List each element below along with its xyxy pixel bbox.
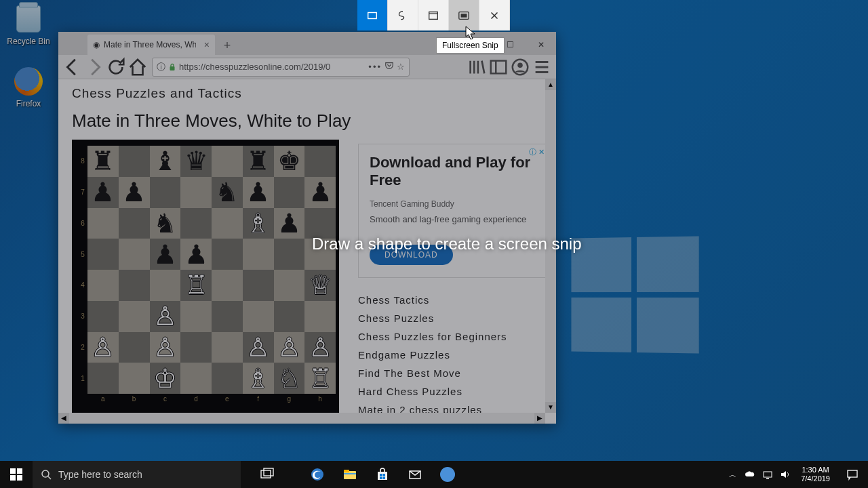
square [87,301,119,332]
taskbar-app-explorer[interactable] [334,461,366,488]
category-link[interactable]: Endgame Puzzles [358,349,548,361]
category-link[interactable]: Chess Tactics [358,294,548,306]
square [150,177,181,208]
window-close-button[interactable]: ✕ [526,35,556,55]
library-icon[interactable] [467,57,487,77]
svg-rect-21 [344,473,356,474]
rank-label: 1 [78,363,87,394]
start-button[interactable] [0,461,33,488]
bookmark-star-icon[interactable]: ☆ [397,62,405,72]
square [87,239,119,270]
url-text: https://chesspuzzlesonline.com/2019/0 [179,62,366,72]
file-label: a [87,394,119,403]
ad-box[interactable]: ⓘ ✕ Download and Play for Free Tencent G… [358,144,548,278]
rectangular-snip-button[interactable] [357,0,388,30]
horizontal-scrollbar[interactable]: ◀▶ [58,413,545,424]
category-link[interactable]: Find The Best Move [358,367,548,379]
square [119,208,150,239]
square [180,208,212,239]
ad-subtitle: Tencent Gaming Buddy [370,199,536,209]
browser-tab[interactable]: ◉ Mate in Three Moves, White to × [87,35,215,55]
svg-rect-12 [10,475,16,481]
rank-label: 5 [78,239,87,270]
search-icon [41,469,52,480]
taskbar-clock[interactable]: 1:30 AM 7/4/2019 [794,466,837,483]
window-snip-button[interactable] [418,0,449,30]
square: ♗ [243,208,274,239]
square: ♟ [274,208,305,239]
square: ♚ [274,146,305,177]
account-icon[interactable] [510,57,530,77]
sidebar-icon[interactable] [488,57,509,77]
svg-rect-25 [380,477,382,480]
site-title[interactable]: Chess Puzzles and Tactics [72,86,556,101]
taskbar-app-firefox[interactable] [431,461,464,488]
svg-rect-1 [491,60,507,73]
menu-icon[interactable] [532,57,552,77]
pocket-icon[interactable] [384,61,394,73]
site-info-icon[interactable]: ⓘ [157,61,165,73]
close-snip-button[interactable] [479,0,510,30]
close-tab-icon[interactable]: × [204,39,210,50]
square: ♙ [150,301,181,332]
square: ♟ [243,177,274,208]
square [119,332,150,363]
reload-button[interactable] [106,57,126,77]
taskbar-app-edge[interactable] [301,461,334,488]
tray-overflow-icon[interactable]: ︿ [724,470,741,480]
desktop-icon-firefox[interactable]: Firefox [4,66,53,108]
square [119,363,150,394]
svg-rect-6 [429,12,438,19]
taskbar-app-mail[interactable] [399,461,431,488]
freeform-snip-button[interactable] [388,0,418,30]
square [274,270,305,301]
square: ♞ [150,208,181,239]
task-view-button[interactable] [251,461,283,488]
svg-rect-30 [848,470,857,477]
category-link[interactable]: Hard Chess Puzzles [358,386,548,397]
svg-rect-17 [264,468,273,476]
address-bar[interactable]: ⓘ https://chesspuzzlesonline.com/2019/0 … [152,58,410,77]
svg-point-4 [517,62,523,68]
square: ♔ [150,363,181,394]
file-label: h [304,394,336,403]
tray-network-icon[interactable] [759,469,776,480]
clock-time: 1:30 AM [801,466,830,474]
new-tab-button[interactable]: + [218,36,237,55]
square: ♟ [119,177,150,208]
ad-info-icon[interactable]: ⓘ ✕ [529,147,545,157]
square: ♟ [150,239,181,270]
chess-board: 8♜♝♛♜♚7♟♟♞♟♟6♞♗♟5♟♟4♖♕3♙2♙♙♙♙♙1♔♗♘♖abcde… [72,140,339,422]
square [87,270,119,301]
category-list: Chess TacticsChess PuzzlesChess Puzzles … [358,294,548,415]
category-link[interactable]: Chess Puzzles for Beginners [358,331,548,342]
windows-logo-wallpaper [571,237,698,354]
back-button[interactable] [62,57,83,77]
svg-rect-11 [17,468,22,474]
square [243,239,274,270]
snip-hint-text: Draw a shape to create a screen snip [312,235,582,253]
taskbar-app-store[interactable] [366,461,399,488]
snip-toolbar [357,0,510,30]
desktop-icon-recycle-bin[interactable]: Recycle Bin [4,4,53,46]
desktop: Recycle Bin Firefox ◉ Mate in Three Move… [0,0,868,488]
svg-rect-20 [344,470,349,472]
forward-button[interactable] [84,57,104,77]
square [119,270,150,301]
tab-favicon: ◉ [93,40,100,49]
firefox-navbar: ⓘ https://chesspuzzlesonline.com/2019/0 … [58,55,556,79]
square: ♖ [180,270,212,301]
svg-rect-22 [378,472,387,480]
tray-volume-icon[interactable] [776,469,794,480]
tray-onedrive-icon[interactable] [741,469,759,480]
square: ♙ [304,332,336,363]
action-center-button[interactable] [837,461,868,488]
home-button[interactable] [127,57,148,77]
svg-rect-0 [170,66,175,70]
page-actions-icon[interactable]: ••• [368,62,382,72]
taskbar-search[interactable]: Type here to search [33,461,241,488]
category-link[interactable]: Chess Puzzles [358,312,548,324]
svg-rect-28 [764,472,772,477]
svg-rect-24 [383,474,386,476]
svg-rect-16 [261,470,271,478]
